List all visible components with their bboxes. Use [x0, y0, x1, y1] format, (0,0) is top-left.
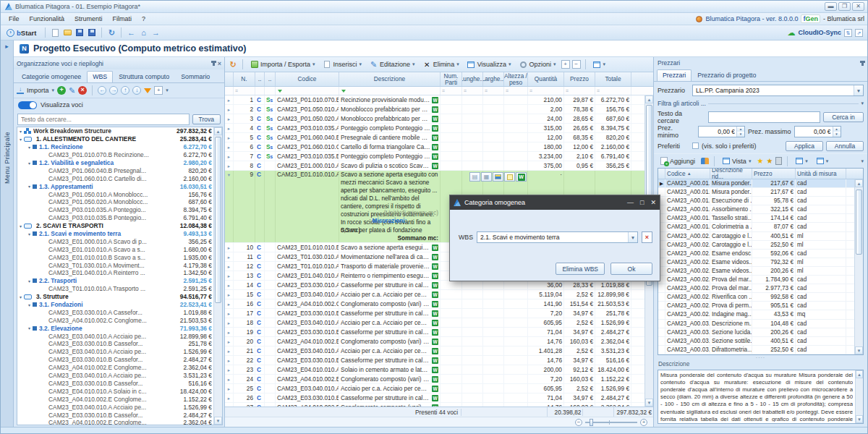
tree-node[interactable]: ▾1.2. Viabilità e segnaletica2.980,20 €: [17, 159, 213, 167]
layout-a-button[interactable]: ▾: [793, 157, 811, 165]
table-row[interactable]: ▸8CCAM23_E01.000.010.AScavo di pulizia o…: [225, 161, 644, 171]
tree-node[interactable]: ▾2.1. Scavi e movimento terra9.493,13 €: [17, 230, 213, 238]
tree-leaf[interactable]: CAM23_E01.040.010.A Reinterro ...1.342,5…: [17, 269, 213, 277]
restore-button[interactable]: ❐: [838, 2, 851, 11]
tree-leaf[interactable]: CAM23_A04.010.002.E Conglome...2.362,04 …: [17, 419, 213, 425]
row-expander-icon[interactable]: ▾: [225, 171, 234, 242]
visualizza-voci-toggle[interactable]: [18, 101, 37, 109]
collapse-rows-button[interactable]: −: [572, 60, 581, 69]
word-attachment-icon[interactable]: W: [432, 357, 438, 364]
word-attachment-icon[interactable]: W: [432, 116, 438, 122]
table-row[interactable]: ▸5CSsCAM23_P01.060.040.BPresegnale di ca…: [225, 133, 644, 142]
expander-icon[interactable]: ▾: [26, 145, 33, 150]
col-dots1[interactable]: ..: [255, 72, 265, 86]
word-attachment-icon[interactable]: W: [432, 263, 438, 270]
opzioni-button[interactable]: Opzioni▾: [516, 60, 559, 69]
col-dots2[interactable]: ..: [265, 72, 276, 86]
expand-menu-button[interactable]: ▸: [2, 43, 12, 52]
word-attachment-icon[interactable]: W: [432, 244, 438, 251]
tree-leaf[interactable]: CAM23_E03.030.010.B Cassefor...2.484,27 …: [17, 356, 213, 364]
row-expander-icon[interactable]: ▸: [225, 318, 234, 327]
zoom-in-button[interactable]: +: [640, 419, 647, 426]
table-row[interactable]: ▸15CCAM23_E03.040.010.AAcciaio per c.a. …: [225, 290, 644, 299]
filter-group-header[interactable]: Filtra gli articoli ...▾: [658, 98, 864, 109]
table-row[interactable]: ▸6CSsCAM23_P01.060.010.CCartello di form…: [225, 142, 644, 152]
row-expander-icon[interactable]: ▸: [225, 393, 234, 402]
importa-esporta-button[interactable]: Importa / Esporta▾: [247, 60, 318, 69]
col-descrizione[interactable]: Descrizione: [339, 72, 441, 86]
expand-all-button[interactable]: +: [154, 86, 163, 95]
tab-struttura-computo[interactable]: Struttura computo: [113, 71, 175, 82]
tree-leaf[interactable]: CAM23_P01.060.040.B Presegnal...820,20 €: [17, 166, 213, 174]
tree-leaf[interactable]: CAM23_T01.010.010.A Trasporto ...2.591,2…: [17, 285, 213, 293]
cloud-sync-label[interactable]: CloudIO-Sync: [798, 29, 841, 36]
layout-button[interactable]: ▾: [590, 60, 609, 69]
row-expander-icon[interactable]: ▸: [225, 105, 234, 114]
word-attachment-icon[interactable]: W: [432, 329, 438, 336]
table-row[interactable]: ▸2CSsCAM23_P01.050.010.AMonoblocco prefa…: [225, 105, 644, 114]
tree-leaf[interactable]: CAM23_E03.040.010.A Acciaio pe...1.526,9…: [17, 403, 213, 411]
grid-filter-row[interactable]: = === === =: [225, 87, 653, 95]
col-unita-misura[interactable]: Unità di misura: [796, 169, 846, 179]
row-expander-icon[interactable]: ▸: [225, 309, 234, 318]
price-row[interactable]: CAM23_A00.02...Carotaggio e l...400,51 €…: [658, 232, 863, 241]
table-row[interactable]: ▸26CCAM23_E03.030.010.BCasseforme per st…: [225, 393, 644, 403]
col-prezzo[interactable]: Prezzo: [752, 169, 796, 179]
menu-file[interactable]: File: [4, 14, 25, 23]
tree-leaf[interactable]: CAM23_T01.030.010.A Moviment...4.179,38 …: [17, 261, 213, 269]
table-row[interactable]: ▸4CSsCAM23_P03.010.035.APonteggio comple…: [225, 124, 644, 133]
pin-icon[interactable]: [213, 61, 215, 66]
word-attachment-icon[interactable]: W: [432, 273, 438, 279]
delete-node-button[interactable]: ×: [78, 86, 87, 95]
price-row[interactable]: CAM23_A00.01...Esecuzione di ...95,78 €c…: [658, 197, 863, 205]
col-num-parti[interactable]: Num. Parti: [441, 72, 462, 86]
tree-node[interactable]: ▾2. SCAVI E TRASPORTI12.084,38 €: [17, 222, 213, 230]
tree-leaf[interactable]: CAM23_P01.060.010.C Cartello di...2.160,…: [17, 174, 213, 182]
zoom-slider-thumb[interactable]: [590, 419, 593, 426]
word-attachment-icon[interactable]: W: [432, 282, 438, 289]
price-row[interactable]: CAM23_A00.02...Prova del mar...2.977,73 …: [658, 284, 863, 293]
toolbar-overflow-icon[interactable]: ▾: [166, 88, 169, 93]
visualizza-button[interactable]: Visualizza▾: [464, 60, 514, 69]
cerca-in-button[interactable]: Cerca in: [823, 112, 864, 122]
col-larghezza[interactable]: Larghe...: [483, 72, 504, 86]
price-row[interactable]: CAM23_A00.02...Esame endosc...592,06 €ca…: [658, 250, 863, 258]
edit-node-button[interactable]: ✎: [69, 86, 75, 95]
word-attachment-icon[interactable]: W: [432, 348, 438, 354]
new-document-button[interactable]: [50, 28, 60, 38]
filter-icon[interactable]: [144, 88, 151, 93]
table-row[interactable]: ▸20CCAM23_A04.010.002.EConglomerato comp…: [225, 337, 644, 346]
price-row[interactable]: CAM23_A00.01...Misura ponder...217,67 €c…: [658, 188, 863, 197]
price-row[interactable]: CAM23_A00.02...Carotaggio e l...252,50 €…: [658, 241, 863, 250]
table-row[interactable]: ▸18CCAM23_E03.040.010.AAcciaio per c.a. …: [225, 318, 644, 328]
price-row[interactable]: CAM23_A00.03...Descrizione m...104,48 €c…: [658, 320, 863, 328]
expander-icon[interactable]: ▾: [17, 224, 24, 229]
wbs-select[interactable]: 2.1. Scavi e movimento terra ▼: [477, 231, 638, 243]
row-expander-icon[interactable]: ▸: [225, 365, 234, 374]
word-attachment-icon[interactable]: W: [432, 310, 438, 317]
cloud-export-icon[interactable]: ⇗: [855, 29, 863, 37]
word-attachment-icon[interactable]: W: [432, 292, 438, 298]
expander-icon[interactable]: ▾: [26, 302, 33, 307]
word-attachment-icon[interactable]: W: [432, 395, 438, 401]
expand-rows-button[interactable]: +: [561, 60, 570, 69]
tree-root[interactable]: ▾ Work Breakdown Structure 297.832,32 €: [17, 127, 213, 135]
col-n[interactable]: N.: [234, 72, 255, 86]
aggiungi-button[interactable]: Aggiungi: [658, 156, 698, 166]
table-row[interactable]: ▸21CCAM23_E03.040.010.AAcciaio per c.a. …: [225, 346, 644, 356]
favorite-remove-icon[interactable]: ★: [766, 157, 773, 165]
importa-button[interactable]: Importa: [27, 87, 49, 94]
row-expander-icon[interactable]: ▸: [225, 152, 234, 161]
tree-leaf[interactable]: CAM23_E03.040.010.A Acciaio pe...1.526,9…: [17, 348, 213, 356]
row-expander-icon[interactable]: ▸: [225, 328, 234, 336]
elimina-button[interactable]: ✕ Elimina▾: [420, 60, 462, 69]
applica-button[interactable]: Applica: [786, 141, 823, 151]
row-expander-icon[interactable]: ▸: [225, 346, 234, 355]
table-row[interactable]: ▸24CCAM23_A04.010.002.EConglomerato comp…: [225, 375, 644, 384]
tab-prezzario-di-progetto[interactable]: Prezzario di progetto: [692, 69, 762, 81]
editazione-button[interactable]: ✎ Editazione▾: [367, 60, 418, 69]
compare-icon[interactable]: [701, 158, 709, 164]
attachment-icon[interactable]: ▤: [469, 172, 480, 182]
tree-scrollbar[interactable]: ▲ ▼: [213, 127, 222, 425]
menu-filmati[interactable]: Filmati: [108, 14, 137, 23]
